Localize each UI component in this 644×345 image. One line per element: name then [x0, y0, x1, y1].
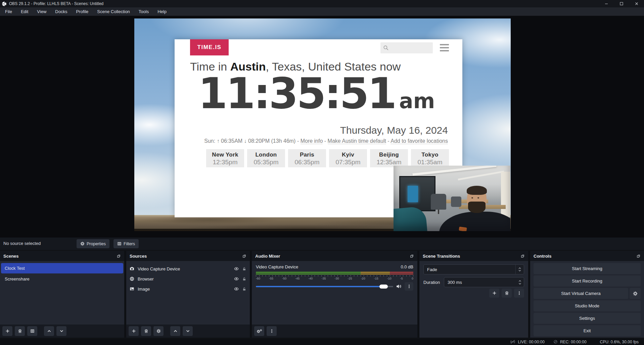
source-row-browser[interactable]: Browser	[126, 274, 250, 284]
start-streaming-button[interactable]: Start Streaming	[534, 263, 641, 274]
minimize-button[interactable]	[599, 0, 614, 7]
world-clock-tokyo: Tokyo01:35am	[411, 149, 449, 167]
title-bar: OBS 29.1.2 - Profile: LLHLS BETA - Scene…	[0, 0, 644, 7]
webcam-overlay[interactable]	[394, 166, 510, 231]
visibility-toggle[interactable]	[234, 266, 239, 271]
meter-bar-right	[256, 273, 413, 274]
lock-toggle[interactable]	[242, 287, 246, 291]
remove-source-button[interactable]	[141, 326, 151, 336]
timeis-logo: TIME.IS	[190, 39, 229, 55]
menu-file[interactable]: File	[1, 7, 16, 16]
city-name: Tokyo	[411, 152, 449, 158]
city-name: Kyiv	[329, 152, 367, 158]
close-button[interactable]	[629, 0, 644, 7]
mixer-menu-button[interactable]	[267, 326, 277, 336]
properties-button[interactable]: Properties	[77, 239, 109, 248]
add-scene-button[interactable]	[2, 326, 12, 336]
meter-bar-left	[256, 272, 413, 273]
popout-icon[interactable]	[520, 254, 525, 258]
exit-button[interactable]: Exit	[534, 325, 641, 336]
db-tick: 0	[412, 277, 413, 280]
source-label: Browser	[138, 276, 231, 282]
popout-icon[interactable]	[636, 254, 641, 258]
transition-menu-button[interactable]	[514, 289, 524, 298]
slider-handle[interactable]	[379, 285, 388, 289]
scenes-header: Scenes	[0, 251, 124, 261]
volume-slider[interactable]	[256, 284, 393, 289]
menu-help[interactable]: Help	[153, 7, 171, 16]
spinner-arrows-icon[interactable]	[518, 280, 521, 285]
start-virtual-camera-button[interactable]: Start Virtual Camera	[534, 288, 628, 299]
move-scene-up-button[interactable]	[44, 326, 54, 336]
select-arrows-icon	[515, 265, 524, 274]
trash-icon	[144, 329, 148, 333]
hamburger-menu-icon	[440, 44, 449, 51]
selected-source-status: No source selected	[3, 241, 41, 246]
transition-buttons	[489, 289, 524, 298]
world-clock-beijing: Beijing12:35am	[370, 149, 408, 167]
menu-edit[interactable]: Edit	[16, 7, 33, 16]
camera-icon	[130, 266, 134, 271]
scene-transitions-panel: Scene Transitions Fade Duration 300 ms	[419, 251, 528, 338]
move-scene-down-button[interactable]	[56, 326, 66, 336]
db-tick: -45	[295, 277, 300, 280]
menu-profile[interactable]: Profile	[72, 7, 93, 16]
source-properties-button[interactable]	[153, 326, 164, 336]
move-source-up-button[interactable]	[170, 326, 180, 336]
add-transition-button[interactable]	[489, 289, 499, 298]
db-tick: -55	[269, 277, 273, 280]
virtual-camera-row: Start Virtual Camera	[534, 288, 641, 299]
channel-name: Video Capture Device	[256, 264, 298, 269]
remove-transition-button[interactable]	[502, 289, 512, 298]
scene-filters-button[interactable]	[27, 326, 37, 336]
popout-icon[interactable]	[117, 254, 121, 258]
chevron-down-icon	[59, 329, 64, 333]
lock-open-icon	[242, 267, 246, 271]
popout-icon[interactable]	[242, 254, 246, 258]
rec-status: REC: 00:00:00	[553, 340, 587, 344]
db-tick: -50	[282, 277, 286, 280]
menu-tools[interactable]: Tools	[134, 7, 153, 16]
add-source-button[interactable]	[129, 326, 139, 336]
db-tick: -20	[361, 277, 365, 280]
sources-header: Sources	[126, 251, 250, 261]
eye-icon	[234, 266, 239, 271]
virtual-camera-settings-button[interactable]	[630, 288, 641, 299]
studio-mode-button[interactable]: Studio Mode	[534, 300, 641, 311]
mute-toggle[interactable]	[396, 284, 402, 289]
menu-docks[interactable]: Docks	[51, 7, 72, 16]
maximize-button[interactable]	[614, 0, 629, 7]
move-source-down-button[interactable]	[183, 326, 193, 336]
speaker-icon	[396, 284, 402, 289]
scene-row-clock-test[interactable]: Clock Test	[1, 263, 123, 273]
menu-scene-collection[interactable]: Scene Collection	[93, 7, 134, 16]
channel-menu-button[interactable]	[405, 282, 413, 291]
transition-select[interactable]: Fade	[423, 264, 524, 274]
broadcast-off-icon	[510, 340, 515, 344]
settings-button[interactable]: Settings	[534, 313, 641, 324]
visibility-toggle[interactable]	[234, 276, 239, 281]
popout-icon[interactable]	[410, 254, 414, 258]
lock-toggle[interactable]	[242, 267, 246, 271]
search-icon	[383, 45, 389, 51]
duration-spinbox[interactable]: 300 ms	[444, 277, 524, 287]
cpu-fps-status: CPU: 0.6%, 30.00 fps	[600, 340, 639, 344]
preview-video[interactable]: TIME.IS Time in Austin, Texas, United St…	[134, 18, 511, 231]
world-clock-new-york: New York12:35pm	[206, 149, 244, 167]
remove-scene-button[interactable]	[15, 326, 25, 336]
start-recording-button[interactable]: Start Recording	[534, 275, 641, 287]
make-default-link: Make Austin time default	[328, 138, 386, 144]
source-row-image[interactable]: Image	[126, 284, 250, 294]
visibility-toggle[interactable]	[234, 287, 239, 291]
filters-button[interactable]: Filters	[113, 239, 139, 248]
world-clocks-row: New York12:35pm London05:35pm Paris06:35…	[206, 149, 449, 167]
slider-fill	[256, 286, 383, 287]
menu-view[interactable]: View	[33, 7, 51, 16]
source-row-video-capture-device[interactable]: Video Capture Device	[126, 264, 250, 274]
controls-panel: Controls Start Streaming Start Recording…	[530, 251, 644, 338]
advanced-audio-button[interactable]	[254, 326, 264, 336]
scene-row-screenshare[interactable]: Screenshare	[1, 274, 123, 284]
lock-toggle[interactable]	[242, 277, 246, 281]
trash-icon	[18, 329, 22, 333]
dots-vertical-icon	[517, 291, 521, 295]
